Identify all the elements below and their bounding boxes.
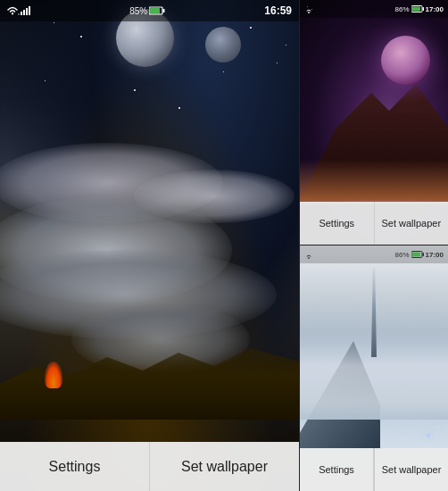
right-top-set-wallpaper-button[interactable]: Set wallpaper	[375, 202, 449, 245]
right-top-status-icons	[304, 1, 313, 17]
right-top-battery: 86% 17:00	[395, 5, 444, 13]
light-speck-1	[427, 434, 430, 437]
right-top-statusbar: 86% 17:00	[300, 0, 448, 18]
right-top-battery-icon	[411, 5, 424, 12]
right-bottom-wifi-icon	[304, 252, 313, 259]
right-bottom-time: 17:00	[426, 251, 444, 259]
signal-icon	[21, 6, 30, 15]
left-panel: 85% 16:59 Settings Set wallpaper	[0, 0, 299, 491]
bottom-action-bar: Settings Set wallpaper	[0, 442, 299, 491]
svg-rect-7	[412, 7, 420, 12]
right-bottom-battery-icon	[411, 251, 424, 258]
right-top-wifi-icon	[304, 6, 313, 13]
right-bottom-statusbar: 86% 17:00	[300, 246, 448, 263]
svg-rect-3	[150, 8, 160, 13]
battery-icon	[149, 6, 165, 15]
status-time: 16:59	[264, 4, 292, 17]
right-bottom-card: 86% 17:00 Settings Set wallpaper	[300, 246, 448, 491]
svg-rect-11	[412, 253, 420, 257]
right-bottom-status-icons	[304, 246, 313, 262]
right-bottom-settings-button[interactable]: Settings	[300, 448, 374, 491]
right-panel: 86% 17:00 Settings Set wallpaper	[299, 0, 448, 491]
svg-rect-10	[422, 253, 424, 256]
right-top-planet	[381, 36, 430, 85]
svg-rect-2	[163, 9, 165, 12]
right-top-settings-button[interactable]: Settings	[300, 202, 375, 245]
right-top-time: 17:00	[426, 5, 444, 13]
svg-point-8	[308, 257, 310, 259]
svg-point-4	[308, 12, 310, 13]
right-bottom-set-wallpaper-button[interactable]: Set wallpaper	[374, 448, 448, 491]
right-top-action-bar: Settings Set wallpaper	[300, 202, 448, 245]
set-wallpaper-button[interactable]: Set wallpaper	[150, 442, 299, 491]
fire-effect	[45, 362, 62, 388]
status-bar: 85% 16:59	[0, 0, 299, 21]
svg-rect-6	[422, 7, 424, 11]
light-speck-2	[436, 426, 439, 429]
wifi-icon	[7, 6, 18, 15]
battery-status: 85%	[129, 6, 165, 16]
right-bottom-battery: 86% 17:00	[395, 251, 444, 259]
horizon-glow	[300, 160, 448, 204]
planet-secondary	[205, 27, 241, 62]
right-bottom-action-bar: Settings Set wallpaper	[300, 448, 448, 491]
settings-button[interactable]: Settings	[0, 442, 150, 491]
svg-point-0	[12, 13, 13, 15]
status-icons-left	[7, 6, 30, 15]
right-top-card: 86% 17:00 Settings Set wallpaper	[300, 0, 448, 246]
